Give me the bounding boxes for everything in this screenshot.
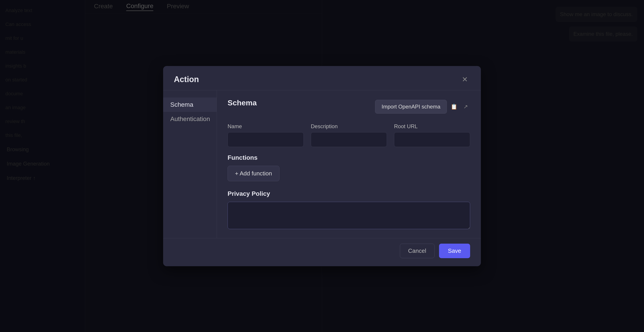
- add-function-button[interactable]: + Add function: [228, 166, 280, 181]
- copy-icon: 📋: [451, 104, 458, 110]
- schema-header: Schema Import OpenAPI schema 📋 ↗: [228, 98, 470, 115]
- schema-section-title: Schema: [228, 98, 257, 107]
- description-label: Description: [311, 123, 387, 130]
- name-input[interactable]: [228, 132, 304, 147]
- modal-body: Schema Authentication Schema Import Open…: [163, 90, 481, 238]
- import-openapi-button[interactable]: Import OpenAPI schema: [375, 100, 447, 114]
- modal-title: Action: [174, 75, 199, 84]
- privacy-policy-input[interactable]: [228, 202, 470, 229]
- name-field-group: Name: [228, 123, 304, 147]
- cancel-button[interactable]: Cancel: [400, 244, 434, 258]
- name-label: Name: [228, 123, 304, 130]
- nav-item-schema[interactable]: Schema: [163, 98, 216, 112]
- privacy-policy-title: Privacy Policy: [228, 190, 470, 197]
- expand-icon: ↗: [464, 104, 468, 110]
- modal-header: Action ✕: [163, 66, 481, 90]
- modal-overlay: Action ✕ Schema Authentication Schema: [0, 0, 644, 332]
- modal-close-button[interactable]: ✕: [460, 74, 470, 85]
- functions-section: Functions + Add function: [228, 154, 470, 188]
- root-url-label: Root URL: [394, 123, 470, 130]
- schema-fields-row: Name Description Root URL: [228, 123, 470, 147]
- description-field-group: Description: [311, 123, 387, 147]
- modal-content-area: Schema Import OpenAPI schema 📋 ↗: [217, 90, 481, 238]
- action-modal: Action ✕ Schema Authentication Schema: [163, 66, 481, 266]
- expand-schema-button[interactable]: ↗: [461, 102, 470, 111]
- close-icon: ✕: [462, 75, 468, 84]
- description-input[interactable]: [311, 132, 387, 147]
- root-url-input[interactable]: [394, 132, 470, 147]
- root-url-field-group: Root URL: [394, 123, 470, 147]
- copy-schema-button[interactable]: 📋: [450, 102, 458, 111]
- modal-footer: Cancel Save: [163, 238, 481, 266]
- schema-header-actions: Import OpenAPI schema 📋 ↗: [375, 100, 470, 114]
- modal-nav: Schema Authentication: [163, 90, 217, 238]
- save-button[interactable]: Save: [439, 244, 470, 258]
- nav-item-authentication[interactable]: Authentication: [163, 112, 216, 126]
- privacy-policy-section: Privacy Policy: [228, 190, 470, 230]
- functions-title: Functions: [228, 154, 470, 161]
